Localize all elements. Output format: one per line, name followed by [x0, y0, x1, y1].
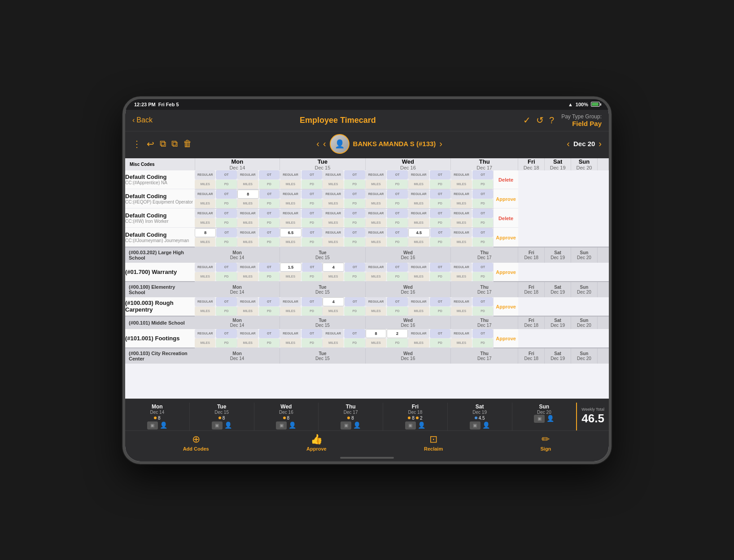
checklist-icon[interactable]: ✓	[523, 115, 531, 126]
day-cell: REGULAROT	[365, 297, 408, 307]
day-cell: REGULAROT	[280, 297, 323, 307]
menu-icon[interactable]: ⋮	[132, 139, 141, 149]
day-cell: REGULAROT	[451, 297, 494, 307]
day-cell: 82	[365, 329, 408, 339]
section-label: (#00.101) Middle School	[125, 316, 195, 329]
person-icon[interactable]: 👤	[546, 415, 554, 423]
camera-icon[interactable]: ▣	[147, 421, 158, 430]
copy-icon[interactable]: ⧉	[160, 139, 166, 149]
fri-header: Fri Dec 18	[518, 158, 545, 170]
row-label: Default CodingCC:(#Apprentice) NA	[125, 170, 195, 189]
prev-week-btn[interactable]: ‹	[567, 139, 570, 149]
day-cell: REGULAROT	[408, 170, 450, 180]
person-icon[interactable]: 👤	[224, 421, 232, 430]
day-cell: MILESPD	[280, 199, 323, 208]
person-icon[interactable]: 👤	[288, 421, 296, 430]
help-icon[interactable]: ?	[549, 115, 554, 126]
day-cell: REGULAROT	[408, 263, 450, 272]
top-bar: ‹ Back Employee Timecard ✓ ↺ ? Pay Type …	[125, 110, 609, 131]
day-cell: REGULAROT	[451, 170, 494, 180]
camera-icon[interactable]: ▣	[405, 421, 416, 430]
section-label: (#00.03.202) Large High School	[125, 247, 195, 263]
person-icon[interactable]: 👤	[160, 421, 167, 430]
table-row: Default CodingCC:(#Apprentice) NAREGULAR…	[125, 170, 609, 180]
day-cell: MILESPD	[280, 338, 323, 348]
day-cell: MILESPD	[451, 237, 494, 247]
camera-icon[interactable]: ▣	[534, 415, 545, 423]
section-header: (#00.100) Elementry SchoolMonDec 14TueDe…	[125, 282, 609, 297]
tue-header: Tue Dec 15	[280, 158, 365, 170]
day-cell: REGULAROT	[195, 189, 237, 199]
day-cell: MILESPD	[195, 218, 237, 228]
camera-icon[interactable]: ▣	[212, 421, 223, 430]
delete-button[interactable]: Delete	[498, 216, 513, 221]
pay-type-group: Pay Type Group: Field Pay	[561, 113, 602, 127]
scroll-area[interactable]: Misc Codes Mon Dec 14 Tue Dec 15 Wed D	[125, 158, 609, 399]
bottom-day-col: ThuDec 178▣👤	[319, 403, 383, 430]
pay-type-label: Pay Type Group:	[561, 113, 602, 120]
approve-button[interactable]: Approve	[496, 336, 516, 341]
day-cell: MILESPD	[280, 179, 323, 189]
row-label: (#01.700) Warranty	[125, 263, 195, 282]
day-cell: REGULAROT	[365, 228, 408, 238]
status-time: 12:23 PM	[134, 102, 156, 107]
action-cell: Approve	[494, 263, 518, 282]
paste-icon[interactable]: ⧉	[171, 139, 178, 149]
day-cell: REGULAROT	[195, 329, 237, 339]
day-cell: MILESPD	[365, 306, 408, 316]
approve-button[interactable]: Approve	[496, 196, 516, 202]
day-cell: REGULAROT	[237, 170, 280, 180]
day-cell: 6.5OT	[280, 228, 323, 238]
top-icons: ✓ ↺ ?	[523, 115, 554, 126]
bottom-day-col: TueDec 158▣👤	[190, 403, 254, 430]
device-frame: 12:23 PM Fri Feb 5 ▲ 100% ‹ Back Employe…	[122, 96, 612, 464]
day-cell: REGULAROT	[237, 329, 280, 339]
person-icon[interactable]: 👤	[353, 421, 361, 430]
table-row: (#100.003) Rough CarpentryREGULAROTREGUL…	[125, 297, 609, 307]
add-codes-btn[interactable]: ⊕ Add Codes	[183, 434, 209, 451]
day-cell: REGULAROT	[408, 329, 450, 339]
camera-icon[interactable]: ▣	[470, 421, 481, 430]
action-cell: Approve	[494, 297, 518, 316]
approve-button[interactable]: Approve	[496, 235, 516, 240]
day-cell: MILESPD	[408, 237, 450, 247]
day-cell: REGULAROT	[408, 189, 450, 199]
row-label: (#101.001) Footings	[125, 329, 195, 348]
table-row: MILESPDMILESPDMILESPDMILESPDMILESPDMILES…	[125, 306, 609, 316]
refresh-icon[interactable]: ↺	[536, 115, 544, 126]
day-cell: REGULAROT	[365, 170, 408, 180]
next-week-btn[interactable]: ›	[599, 139, 602, 149]
camera-icon[interactable]: ▣	[276, 421, 287, 430]
prev-employee-btn2[interactable]: ‹	[323, 139, 326, 149]
day-cell: MILESPD	[237, 272, 280, 282]
approve-button[interactable]: Approve	[496, 269, 516, 275]
delete-button[interactable]: Delete	[498, 177, 513, 182]
table-row: (#01.700) WarrantyREGULAROTREGULAROT1.5O…	[125, 263, 609, 272]
row-label: Default CodingCC:(#IW) Iron Worker	[125, 208, 195, 228]
approve-button[interactable]: Approve	[496, 304, 516, 309]
prev-employee-btn[interactable]: ‹	[316, 139, 319, 149]
back-button[interactable]: ‹ Back	[132, 116, 153, 124]
status-bar: 12:23 PM Fri Feb 5 ▲ 100%	[125, 99, 609, 110]
day-cell: REGULAROT	[280, 329, 323, 339]
import-icon[interactable]: ↩	[147, 139, 154, 149]
day-cell: MILESPD	[451, 338, 494, 348]
day-cell: REGULAROT	[323, 208, 365, 218]
day-cell: REGULAROT	[237, 263, 280, 272]
avatar: 👤	[330, 134, 350, 154]
action-cell: Delete	[494, 208, 518, 228]
section-header: (#00.101) Middle SchoolMonDec 14TueDec 1…	[125, 316, 609, 329]
person-icon[interactable]: 👤	[482, 421, 490, 430]
approve-btn[interactable]: 👍 Approve	[306, 434, 327, 451]
sign-btn[interactable]: ✏ Sign	[540, 434, 551, 451]
camera-icon[interactable]: ▣	[341, 421, 351, 430]
reclaim-icon: ⊡	[429, 434, 437, 445]
person-icon[interactable]: 👤	[418, 421, 425, 430]
next-employee-btn[interactable]: ›	[439, 139, 442, 149]
reclaim-btn[interactable]: ⊡ Reclaim	[424, 434, 443, 451]
day-cell: REGULAROT	[237, 208, 280, 218]
status-date: Fri Feb 5	[158, 102, 179, 107]
delete-icon[interactable]: 🗑	[183, 139, 192, 149]
back-label: Back	[136, 116, 153, 124]
day-cell: 4OT	[323, 263, 365, 272]
